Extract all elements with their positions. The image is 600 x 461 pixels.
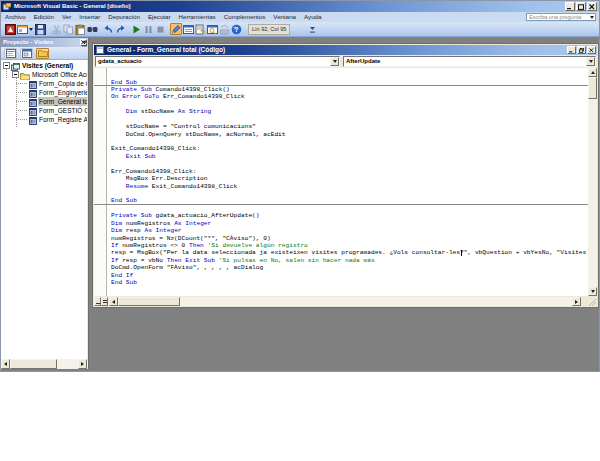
code-line: Exit_Comando14398_Click: (111, 145, 200, 152)
properties-window-button[interactable] (194, 23, 206, 35)
insert-form-icon (17, 24, 28, 35)
code-text[interactable]: End SubPrivate Sub Comando14398_Click()O… (108, 68, 588, 296)
scroll-left-button[interactable] (109, 297, 118, 306)
code-segment: Private Sub (111, 212, 156, 219)
insert-object-button[interactable] (16, 23, 28, 35)
event-combo[interactable]: AfterUpdate (343, 56, 596, 67)
view-object-button[interactable] (20, 48, 33, 59)
arrow-up-icon (591, 71, 595, 74)
scrollbar-track[interactable] (588, 68, 597, 296)
tree-item-form-general-total[interactable]: Form_General total (1, 97, 87, 106)
toggle-folders-button[interactable] (36, 48, 49, 59)
code-segment (111, 108, 126, 115)
code-segment: As Integer (144, 227, 181, 234)
horizontal-scroll-thumb[interactable] (10, 359, 57, 369)
view-access-button[interactable] (4, 23, 16, 35)
vertical-scroll-thumb[interactable] (588, 77, 597, 99)
scroll-up-button[interactable] (588, 68, 597, 77)
code-horizontal-scrollbar[interactable] (94, 296, 597, 307)
tree-item-visites-general[interactable]: Visites (General) (1, 61, 87, 70)
code-window-title-bar: General - Form_General total (Código) (94, 45, 597, 55)
run-button[interactable] (130, 23, 142, 35)
menu-ver[interactable]: Ver (58, 12, 75, 22)
code-line: resp = MsgBox("Per la data seleccionada … (111, 249, 588, 256)
scroll-right-button[interactable] (572, 297, 581, 306)
object-combo[interactable]: gdata_actuacio (95, 56, 340, 67)
redo-button[interactable] (114, 23, 126, 35)
event-combo-arrow[interactable] (586, 57, 595, 66)
code-segment: Private Sub (111, 86, 156, 93)
window-controls (565, 2, 597, 11)
procedure-view-button[interactable] (94, 297, 101, 306)
copy-button[interactable] (62, 23, 74, 35)
copy-icon (63, 24, 74, 35)
code-editor-area[interactable]: End SubPrivate Sub Comando14398_Click()O… (94, 68, 588, 296)
resize-grip[interactable] (589, 299, 596, 306)
code-restore-button[interactable] (577, 46, 586, 54)
toolbar-options-chevron-icon[interactable] (82, 41, 87, 47)
code-vertical-scrollbar[interactable] (588, 68, 597, 296)
ask-question-box[interactable]: Escriba una pregunta (526, 13, 596, 21)
code-line: End Sub (111, 279, 137, 286)
view-code-button[interactable] (4, 48, 17, 59)
folder-icon (38, 49, 48, 57)
project-horizontal-scrollbar[interactable] (1, 359, 88, 369)
reset-button[interactable] (154, 23, 166, 35)
code-segment (589, 48, 594, 53)
menu-ventana[interactable]: Ventana (269, 12, 300, 22)
project-explorer-button[interactable] (182, 23, 194, 35)
find-button[interactable] (86, 23, 98, 35)
code-minimize-button[interactable] (567, 46, 576, 54)
object-browser-button[interactable] (206, 23, 218, 35)
menu-edicion[interactable]: Edición (30, 12, 58, 22)
tree-item-form-gesti-cont[interactable]: Form_GESTIÓ CONT (1, 106, 87, 115)
break-button[interactable] (142, 23, 154, 35)
minimize-button[interactable] (565, 2, 575, 11)
maximize-button[interactable] (576, 2, 586, 11)
procedure-separator (94, 204, 588, 205)
code-line (111, 190, 115, 197)
scroll-left-button[interactable] (1, 359, 10, 369)
scroll-down-button[interactable] (588, 287, 597, 296)
code-close-button[interactable] (587, 46, 596, 54)
menu-archivo[interactable]: Archivo (1, 12, 30, 22)
tree-item-microsoft-office-access[interactable]: Microsoft Office Access (1, 70, 87, 79)
help-button[interactable]: ? (230, 23, 242, 35)
mdi-area: Proyecto - Visites Visites (General)Micr… (1, 37, 599, 371)
tree-item-form-copia-de-gene[interactable]: Form_Copia de Gene (1, 79, 87, 88)
scroll-right-button[interactable] (78, 359, 87, 369)
menu-herramientas[interactable]: Herramientas (175, 12, 220, 22)
object-combo-arrow[interactable] (330, 57, 339, 66)
undo-button[interactable] (102, 23, 114, 35)
toolbar-options-chevron-icon[interactable] (310, 20, 315, 38)
menu-complementos[interactable]: Complementos (220, 12, 270, 22)
menu-insertar[interactable]: Insertar (75, 12, 104, 22)
save-button[interactable] (34, 23, 46, 35)
collapse-icon[interactable] (3, 62, 10, 69)
tree-item-label: Form_General total (38, 97, 87, 106)
code-segment: DoCmd.OpenQuery stDocName, acNormal, acE… (111, 131, 286, 138)
tree-item-form-enginyeries-ll[interactable]: Form_Enginyeries Ll (1, 88, 87, 97)
object-browser-icon (207, 24, 218, 35)
full-module-view-button[interactable] (101, 297, 108, 306)
paste-button[interactable] (74, 23, 86, 35)
menu-ejecutar[interactable]: Ejecutar (144, 12, 175, 22)
tree-item-form-registre-admi[interactable]: Form_Registre Admi (1, 115, 87, 124)
horizontal-scroll-thumb[interactable] (118, 297, 180, 306)
close-button[interactable] (587, 2, 597, 11)
code-line (111, 138, 115, 145)
code-segment (29, 117, 37, 125)
form-icon (29, 111, 37, 129)
arrow-down-icon (333, 60, 337, 63)
collapse-icon[interactable] (12, 71, 19, 78)
code-segment (567, 4, 573, 10)
design-mode-button[interactable] (170, 23, 182, 35)
cut-button[interactable] (50, 23, 62, 35)
toolbox-button[interactable] (218, 23, 230, 35)
code-segment: Resume (126, 183, 152, 190)
view-code-icon (6, 49, 16, 58)
menu-depuracion[interactable]: Depuración (104, 12, 144, 22)
code-segment: resp (126, 227, 145, 234)
code-segment: Dim (111, 220, 126, 227)
cursor-position-label: Lín 92, Col 95 (248, 24, 290, 35)
